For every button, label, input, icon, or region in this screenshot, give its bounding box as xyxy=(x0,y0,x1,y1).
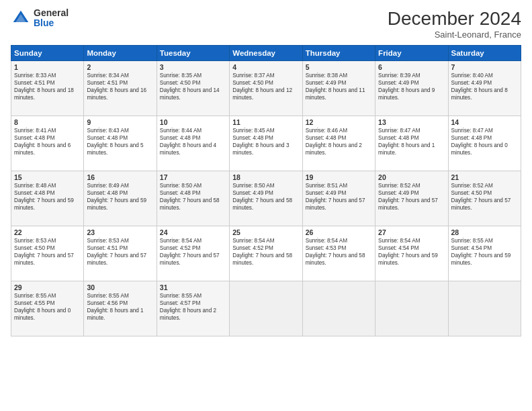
calendar-cell: 15Sunrise: 8:48 AMSunset: 4:48 PMDayligh… xyxy=(11,171,84,226)
logo-general: General xyxy=(34,8,69,18)
week-row-1: 1Sunrise: 8:33 AMSunset: 4:51 PMDaylight… xyxy=(11,61,521,116)
calendar-cell: 8Sunrise: 8:41 AMSunset: 4:48 PMDaylight… xyxy=(11,116,84,171)
day-number: 21 xyxy=(451,173,518,181)
calendar-cell: 3Sunrise: 8:35 AMSunset: 4:50 PMDaylight… xyxy=(157,61,229,116)
day-number: 29 xyxy=(14,283,81,291)
cell-content: Sunrise: 8:55 AMSunset: 4:57 PMDaylight:… xyxy=(160,292,226,322)
day-number: 28 xyxy=(451,228,518,236)
header: General Blue December 2024 Saint-Leonard… xyxy=(11,8,521,40)
day-header-monday: Monday xyxy=(84,46,157,61)
calendar-cell xyxy=(302,281,375,336)
calendar-cell: 6Sunrise: 8:39 AMSunset: 4:49 PMDaylight… xyxy=(375,61,448,116)
day-number: 15 xyxy=(14,173,81,181)
location-subtitle: Saint-Leonard, France xyxy=(388,30,521,40)
day-number: 2 xyxy=(87,63,153,71)
logo-icon xyxy=(11,8,31,28)
calendar-table: SundayMondayTuesdayWednesdayThursdayFrid… xyxy=(11,45,521,336)
day-number: 22 xyxy=(14,228,81,236)
cell-content: Sunrise: 8:43 AMSunset: 4:48 PMDaylight:… xyxy=(87,127,153,156)
calendar-cell: 17Sunrise: 8:50 AMSunset: 4:48 PMDayligh… xyxy=(157,171,229,226)
week-row-2: 8Sunrise: 8:41 AMSunset: 4:48 PMDaylight… xyxy=(11,116,521,171)
cell-content: Sunrise: 8:54 AMSunset: 4:52 PMDaylight:… xyxy=(160,237,226,267)
day-header-tuesday: Tuesday xyxy=(157,46,229,61)
cell-content: Sunrise: 8:48 AMSunset: 4:48 PMDaylight:… xyxy=(14,182,81,212)
cell-content: Sunrise: 8:40 AMSunset: 4:49 PMDaylight:… xyxy=(451,72,518,101)
cell-content: Sunrise: 8:38 AMSunset: 4:49 PMDaylight:… xyxy=(306,72,372,101)
calendar-cell xyxy=(230,281,302,336)
calendar-cell: 12Sunrise: 8:46 AMSunset: 4:48 PMDayligh… xyxy=(302,116,375,171)
day-number: 4 xyxy=(232,63,299,71)
calendar-cell: 2Sunrise: 8:34 AMSunset: 4:51 PMDaylight… xyxy=(84,61,157,116)
cell-content: Sunrise: 8:47 AMSunset: 4:48 PMDaylight:… xyxy=(451,127,518,156)
day-number: 8 xyxy=(14,118,81,126)
calendar-cell: 4Sunrise: 8:37 AMSunset: 4:50 PMDaylight… xyxy=(230,61,302,116)
day-header-thursday: Thursday xyxy=(302,46,375,61)
cell-content: Sunrise: 8:55 AMSunset: 4:55 PMDaylight:… xyxy=(14,292,81,322)
cell-content: Sunrise: 8:46 AMSunset: 4:48 PMDaylight:… xyxy=(306,127,372,156)
day-header-saturday: Saturday xyxy=(448,46,521,61)
month-title: December 2024 xyxy=(388,8,521,30)
day-number: 19 xyxy=(306,173,372,181)
day-number: 20 xyxy=(378,173,445,181)
calendar-cell: 21Sunrise: 8:52 AMSunset: 4:50 PMDayligh… xyxy=(448,171,521,226)
calendar-cell: 31Sunrise: 8:55 AMSunset: 4:57 PMDayligh… xyxy=(157,281,229,336)
cell-content: Sunrise: 8:54 AMSunset: 4:52 PMDaylight:… xyxy=(232,237,299,267)
calendar-cell: 11Sunrise: 8:45 AMSunset: 4:48 PMDayligh… xyxy=(230,116,302,171)
day-number: 23 xyxy=(87,228,153,236)
cell-content: Sunrise: 8:54 AMSunset: 4:54 PMDaylight:… xyxy=(378,237,445,267)
calendar-cell: 26Sunrise: 8:54 AMSunset: 4:53 PMDayligh… xyxy=(302,226,375,281)
day-number: 25 xyxy=(232,228,299,236)
day-number: 18 xyxy=(232,173,299,181)
day-number: 12 xyxy=(306,118,372,126)
cell-content: Sunrise: 8:45 AMSunset: 4:48 PMDaylight:… xyxy=(232,127,299,156)
week-row-4: 22Sunrise: 8:53 AMSunset: 4:50 PMDayligh… xyxy=(11,226,521,281)
calendar-cell xyxy=(448,281,521,336)
calendar-cell: 1Sunrise: 8:33 AMSunset: 4:51 PMDaylight… xyxy=(11,61,84,116)
calendar-cell: 9Sunrise: 8:43 AMSunset: 4:48 PMDaylight… xyxy=(84,116,157,171)
day-number: 10 xyxy=(160,118,226,126)
cell-content: Sunrise: 8:54 AMSunset: 4:53 PMDaylight:… xyxy=(306,237,372,267)
calendar-cell: 22Sunrise: 8:53 AMSunset: 4:50 PMDayligh… xyxy=(11,226,84,281)
logo-text: General Blue xyxy=(34,8,69,29)
calendar-cell xyxy=(375,281,448,336)
calendar-cell: 25Sunrise: 8:54 AMSunset: 4:52 PMDayligh… xyxy=(230,226,302,281)
calendar-header: SundayMondayTuesdayWednesdayThursdayFrid… xyxy=(11,46,521,61)
cell-content: Sunrise: 8:35 AMSunset: 4:50 PMDaylight:… xyxy=(160,72,226,101)
day-number: 14 xyxy=(451,118,518,126)
cell-content: Sunrise: 8:34 AMSunset: 4:51 PMDaylight:… xyxy=(87,72,153,101)
day-number: 13 xyxy=(378,118,445,126)
calendar-cell: 10Sunrise: 8:44 AMSunset: 4:48 PMDayligh… xyxy=(157,116,229,171)
calendar-cell: 19Sunrise: 8:51 AMSunset: 4:49 PMDayligh… xyxy=(302,171,375,226)
calendar-body: 1Sunrise: 8:33 AMSunset: 4:51 PMDaylight… xyxy=(11,61,521,336)
week-row-5: 29Sunrise: 8:55 AMSunset: 4:55 PMDayligh… xyxy=(11,281,521,336)
cell-content: Sunrise: 8:53 AMSunset: 4:50 PMDaylight:… xyxy=(14,237,81,267)
calendar-cell: 29Sunrise: 8:55 AMSunset: 4:55 PMDayligh… xyxy=(11,281,84,336)
calendar-cell: 14Sunrise: 8:47 AMSunset: 4:48 PMDayligh… xyxy=(448,116,521,171)
calendar-cell: 27Sunrise: 8:54 AMSunset: 4:54 PMDayligh… xyxy=(375,226,448,281)
day-number: 5 xyxy=(306,63,372,71)
cell-content: Sunrise: 8:55 AMSunset: 4:56 PMDaylight:… xyxy=(87,292,153,322)
calendar-cell: 20Sunrise: 8:52 AMSunset: 4:49 PMDayligh… xyxy=(375,171,448,226)
day-number: 16 xyxy=(87,173,153,181)
calendar-cell: 16Sunrise: 8:49 AMSunset: 4:48 PMDayligh… xyxy=(84,171,157,226)
cell-content: Sunrise: 8:33 AMSunset: 4:51 PMDaylight:… xyxy=(14,72,81,101)
day-number: 17 xyxy=(160,173,226,181)
day-number: 31 xyxy=(160,283,226,291)
day-number: 1 xyxy=(14,63,81,71)
calendar-cell: 24Sunrise: 8:54 AMSunset: 4:52 PMDayligh… xyxy=(157,226,229,281)
cell-content: Sunrise: 8:51 AMSunset: 4:49 PMDaylight:… xyxy=(306,182,372,212)
day-header-row: SundayMondayTuesdayWednesdayThursdayFrid… xyxy=(11,46,521,61)
day-header-wednesday: Wednesday xyxy=(230,46,302,61)
cell-content: Sunrise: 8:53 AMSunset: 4:51 PMDaylight:… xyxy=(87,237,153,267)
week-row-3: 15Sunrise: 8:48 AMSunset: 4:48 PMDayligh… xyxy=(11,171,521,226)
cell-content: Sunrise: 8:37 AMSunset: 4:50 PMDaylight:… xyxy=(232,72,299,101)
calendar-cell: 23Sunrise: 8:53 AMSunset: 4:51 PMDayligh… xyxy=(84,226,157,281)
cell-content: Sunrise: 8:50 AMSunset: 4:48 PMDaylight:… xyxy=(160,182,226,212)
day-header-friday: Friday xyxy=(375,46,448,61)
calendar-cell: 30Sunrise: 8:55 AMSunset: 4:56 PMDayligh… xyxy=(84,281,157,336)
cell-content: Sunrise: 8:52 AMSunset: 4:49 PMDaylight:… xyxy=(378,182,445,212)
cell-content: Sunrise: 8:49 AMSunset: 4:48 PMDaylight:… xyxy=(87,182,153,212)
day-number: 9 xyxy=(87,118,153,126)
day-number: 26 xyxy=(306,228,372,236)
logo: General Blue xyxy=(11,8,69,29)
